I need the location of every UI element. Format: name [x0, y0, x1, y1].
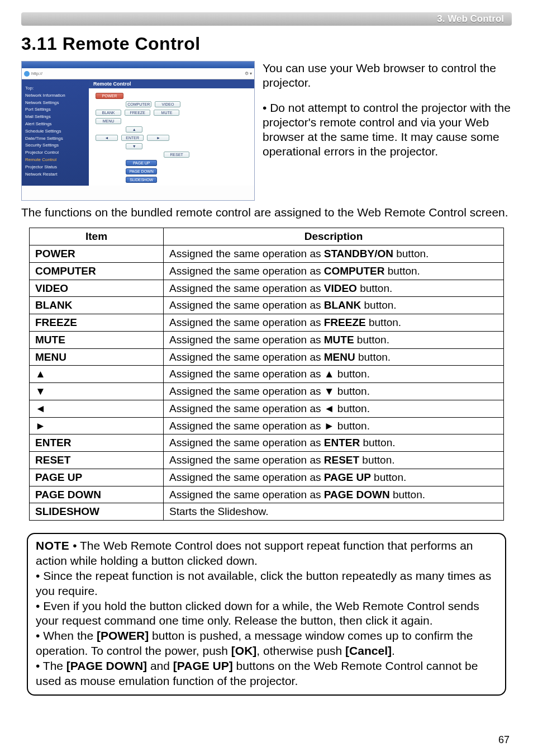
- chapter-bar: 3. Web Control: [21, 12, 512, 26]
- ss-video-button: VIDEO: [155, 101, 180, 107]
- cell-item: POWER: [30, 245, 164, 263]
- ss-side-item: Schedule Settings: [25, 128, 85, 135]
- cell-desc: Assigned the same operation as ◄ button.: [164, 400, 504, 417]
- cell-desc: Starts the Slideshow.: [164, 503, 504, 521]
- table-row: MENUAssigned the same operation as MENU …: [30, 348, 504, 366]
- note-box: NOTE • The Web Remote Control does not s…: [27, 533, 506, 696]
- ss-right-button: ►: [147, 135, 169, 141]
- ss-menu-button: MENU: [96, 118, 121, 124]
- table-row: FREEZEAssigned the same operation as FRE…: [30, 314, 504, 332]
- cell-item: ►: [30, 417, 164, 434]
- ss-side-item: Date/Time Settings: [25, 135, 85, 143]
- below-intro: The functions on the bundled remote cont…: [21, 205, 512, 220]
- cell-item: MUTE: [30, 331, 164, 348]
- ss-up-button: ▲: [126, 126, 142, 133]
- table-row: ◄Assigned the same operation as ◄ button…: [30, 400, 504, 417]
- cell-item: ◄: [30, 400, 164, 417]
- ss-side-item: Remote Control: [25, 157, 85, 164]
- section-title: 3.11 Remote Control: [21, 34, 512, 54]
- page-number: 67: [498, 734, 510, 746]
- ss-main: Remote Control POWER COMPUTER VIDEO BLAN…: [89, 79, 254, 186]
- table-header-row: Item Description: [30, 228, 504, 245]
- table-row: VIDEOAssigned the same operation as VIDE…: [30, 280, 504, 297]
- table-row: SLIDESHOWStarts the Slideshow.: [30, 503, 504, 521]
- cell-item: ▲: [30, 366, 164, 383]
- cell-desc: Assigned the same operation as ► button.: [164, 417, 504, 434]
- cell-item: SLIDESHOW: [30, 503, 164, 521]
- cell-item: COMPUTER: [30, 262, 164, 280]
- function-table: Item Description POWERAssigned the same …: [29, 228, 504, 521]
- note-b5-mid: and: [147, 659, 173, 672]
- cell-desc: Assigned the same operation as COMPUTER …: [164, 262, 504, 280]
- ss-sidebar: Top: Network Information Network Setting…: [22, 79, 89, 186]
- table-row: MUTEAssigned the same operation as MUTE …: [30, 331, 504, 348]
- note-b4-post: .: [392, 644, 395, 657]
- ss-mute-button: MUTE: [154, 110, 179, 116]
- cell-desc: Assigned the same operation as VIDEO but…: [164, 280, 504, 297]
- table-row: ►Assigned the same operation as ► button…: [30, 417, 504, 434]
- ss-slideshow-button: SLIDESHOW: [126, 177, 157, 183]
- note-b1: • The Web Remote Control does not suppor…: [36, 539, 473, 567]
- intro-p1: You can use your Web browser to control …: [263, 61, 512, 91]
- ss-power-button: POWER: [96, 93, 123, 99]
- note-label: NOTE: [36, 539, 69, 552]
- ss-pagedown-button: PAGE DOWN: [126, 168, 157, 174]
- note-b4-mid2: , otherwise push: [256, 644, 345, 657]
- ss-blank-button: BLANK: [96, 110, 121, 116]
- cell-item: FREEZE: [30, 314, 164, 332]
- note-b4-pre: • When the: [36, 629, 97, 642]
- ss-pageup-button: PAGE UP: [126, 160, 157, 166]
- cell-desc: Assigned the same operation as ▲ button.: [164, 366, 504, 383]
- cell-desc: Assigned the same operation as MUTE butt…: [164, 331, 504, 348]
- cell-item: RESET: [30, 452, 164, 469]
- ss-side-item: Mail Settings: [25, 114, 85, 121]
- note-b5-bold2: [PAGE UP]: [173, 659, 233, 672]
- ss-titlebar: [22, 62, 254, 68]
- cell-item: PAGE DOWN: [30, 486, 164, 503]
- table-row: RESETAssigned the same operation as RESE…: [30, 452, 504, 469]
- note-b3: • Even if you hold the button clicked do…: [36, 599, 479, 627]
- cell-item: MENU: [30, 348, 164, 366]
- ss-side-item: Top:: [25, 85, 85, 92]
- note-b5-pre: • The: [36, 659, 66, 672]
- cell-desc: Assigned the same operation as ENTER but…: [164, 434, 504, 452]
- table-row: PAGE UPAssigned the same operation as PA…: [30, 469, 504, 486]
- note-b2: • Since the repeat function is not avail…: [36, 569, 491, 597]
- cell-item: ▼: [30, 383, 164, 400]
- cell-desc: Assigned the same operation as MENU butt…: [164, 348, 504, 366]
- ss-side-item: Alert Settings: [25, 121, 85, 128]
- table-row: BLANKAssigned the same operation as BLAN…: [30, 297, 504, 314]
- note-b4-bold2: [OK]: [231, 644, 257, 657]
- ss-side-item: Security Settings: [25, 142, 85, 149]
- cell-desc: Assigned the same operation as FREEZE bu…: [164, 314, 504, 332]
- cell-item: ENTER: [30, 434, 164, 452]
- ss-computer-button: COMPUTER: [126, 101, 151, 107]
- ss-panel-title: Remote Control: [89, 79, 254, 88]
- table-row: ▼Assigned the same operation as ▼ button…: [30, 383, 504, 400]
- th-desc: Description: [164, 228, 504, 245]
- th-item: Item: [30, 228, 164, 245]
- cell-desc: Assigned the same operation as PAGE DOWN…: [164, 486, 504, 503]
- intro-text: You can use your Web browser to control …: [263, 61, 512, 201]
- cell-item: BLANK: [30, 297, 164, 314]
- ss-side-item: Projector Status: [25, 164, 85, 171]
- ss-enter-button: ENTER: [121, 135, 144, 141]
- ss-side-item: Network Information: [25, 92, 85, 100]
- ss-left-button: ◄: [96, 135, 118, 141]
- note-b4-bold3: [Cancel]: [345, 644, 392, 657]
- cell-item: PAGE UP: [30, 469, 164, 486]
- cell-item: VIDEO: [30, 280, 164, 297]
- cell-desc: Assigned the same operation as PAGE UP b…: [164, 469, 504, 486]
- ss-freeze-button: FREEZE: [125, 110, 150, 116]
- table-row: PAGE DOWNAssigned the same operation as …: [30, 486, 504, 503]
- intro-p2: • Do not attempt to control the projecto…: [263, 101, 512, 159]
- ss-addressbar: http:// ⚙ ▾: [22, 68, 254, 79]
- ss-down-button: ▼: [126, 143, 142, 149]
- cell-desc: Assigned the same operation as RESET but…: [164, 452, 504, 469]
- browser-screenshot: http:// ⚙ ▾ Top: Network Information Net…: [21, 61, 255, 201]
- cell-desc: Assigned the same operation as STANDBY/O…: [164, 245, 504, 263]
- table-row: ENTERAssigned the same operation as ENTE…: [30, 434, 504, 452]
- ss-side-item: Projector Control: [25, 149, 85, 157]
- cell-desc: Assigned the same operation as ▼ button.: [164, 383, 504, 400]
- ss-reset-button: RESET: [164, 152, 189, 158]
